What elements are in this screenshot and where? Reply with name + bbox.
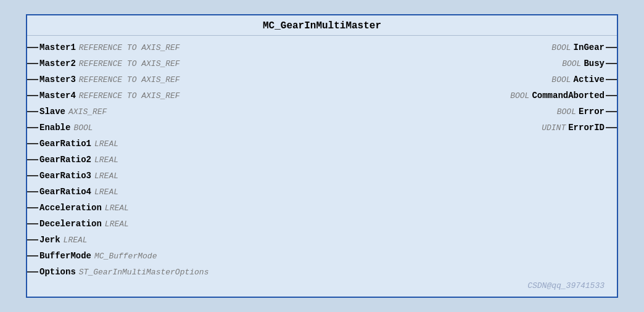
left-pin-row: AccelerationLREAL: [27, 200, 432, 216]
left-pin-row: Master4REFERENCE TO AXIS_REF: [27, 88, 432, 104]
pin-connector-left: [27, 175, 38, 176]
pin-type-label: REFERENCE TO AXIS_REF: [79, 75, 180, 84]
right-pin-row: BOOLBusy: [432, 55, 617, 72]
pin-type-label: ST_GearInMultiMasterOptions: [79, 268, 209, 277]
pin-label: Active: [574, 75, 605, 84]
left-pin-row: GearRatio2LREAL: [27, 152, 432, 168]
pin-type-label: UDINT: [542, 123, 566, 133]
pin-type-label: REFERENCE TO AXIS_REF: [79, 91, 180, 101]
left-pin-row: Master1REFERENCE TO AXIS_REF: [27, 39, 432, 55]
pin-connector-left: [27, 191, 38, 192]
function-block: MC_GearInMultiMaster Master1REFERENCE TO…: [26, 14, 618, 298]
left-pin-row: GearRatio4LREAL: [27, 184, 432, 200]
pin-type-label: BOOL: [510, 91, 529, 101]
pin-label: Enable: [39, 123, 70, 133]
pin-connector-right: [606, 79, 617, 80]
pin-label: Master1: [39, 43, 76, 52]
pin-connector-right: [606, 95, 617, 96]
right-pin-row: BOOLActive: [432, 72, 617, 88]
left-pin-row: JerkLREAL: [27, 232, 432, 248]
pin-label: GearRatio2: [39, 155, 91, 165]
pin-type-label: BOOL: [557, 107, 576, 117]
pin-connector-left: [27, 223, 38, 224]
pin-type-label: BOOL: [73, 123, 93, 133]
pin-type-label: LREAL: [105, 203, 129, 213]
pin-connector-right: [606, 63, 617, 64]
pin-label: Acceleration: [39, 203, 102, 213]
pin-connector-left: [27, 143, 38, 144]
pin-label: GearRatio4: [39, 187, 91, 197]
pin-label: Slave: [39, 107, 65, 117]
pin-label: Jerk: [39, 235, 60, 245]
pin-type-label: BOOL: [551, 75, 571, 84]
pin-connector-right: [606, 47, 617, 48]
pin-label: BufferMode: [39, 251, 91, 261]
pin-connector-left: [27, 127, 38, 128]
pin-type-label: LREAL: [94, 187, 118, 197]
pin-label: CommandAborted: [532, 91, 605, 101]
right-pin-row: UDINTErrorID: [432, 120, 617, 136]
left-pin-row: DecelerationLREAL: [27, 216, 432, 232]
pin-label: GearRatio1: [39, 139, 91, 149]
pin-label: Master3: [39, 75, 76, 84]
pin-label: Master4: [39, 91, 76, 101]
pin-label: Options: [39, 267, 76, 277]
block-body: Master1REFERENCE TO AXIS_REFMaster2REFER…: [27, 36, 617, 286]
pin-label: Deceleration: [39, 219, 102, 229]
pin-type-label: MC_BufferMode: [94, 252, 157, 261]
pin-connector-left: [27, 47, 38, 48]
watermark: CSDN@qq_39741533: [527, 281, 605, 290]
pin-connector-left: [27, 79, 38, 80]
left-pin-row: Master3REFERENCE TO AXIS_REF: [27, 72, 432, 88]
right-pin-row: BOOLError: [432, 104, 617, 120]
left-pin-row: Master2REFERENCE TO AXIS_REF: [27, 55, 432, 72]
left-pin-row: SlaveAXIS_REF: [27, 104, 432, 120]
pin-label: Master2: [39, 59, 76, 68]
pin-type-label: LREAL: [64, 236, 88, 245]
pin-label: Busy: [584, 59, 605, 68]
pin-connector-left: [27, 111, 38, 112]
pin-type-label: REFERENCE TO AXIS_REF: [79, 43, 180, 52]
pin-type-label: LREAL: [94, 139, 118, 149]
left-pin-row: EnableBOOL: [27, 120, 432, 136]
pin-type-label: BOOL: [562, 59, 581, 68]
pin-connector-right: [606, 127, 617, 128]
right-pins-column: BOOLInGearBOOLBusyBOOLActiveBOOLCommandA…: [432, 38, 617, 281]
pin-label: Error: [579, 107, 605, 117]
left-pin-row: GearRatio1LREAL: [27, 136, 432, 152]
pin-type-label: REFERENCE TO AXIS_REF: [79, 59, 180, 68]
left-pin-row: BufferModeMC_BufferMode: [27, 248, 432, 264]
pin-connector-left: [27, 255, 38, 257]
right-pin-row: BOOLCommandAborted: [432, 88, 617, 104]
block-title: MC_GearInMultiMaster: [27, 15, 617, 36]
left-pin-row: OptionsST_GearInMultiMasterOptions: [27, 264, 432, 280]
pin-connector-left: [27, 239, 38, 240]
pin-type-label: LREAL: [105, 220, 129, 229]
pin-connector-left: [27, 207, 38, 208]
pin-connector-left: [27, 63, 38, 64]
pin-type-label: AXIS_REF: [68, 107, 107, 117]
pin-connector-left: [27, 159, 38, 160]
pin-connector-left: [27, 271, 38, 273]
pin-label: InGear: [574, 43, 605, 52]
pin-label: GearRatio3: [39, 171, 91, 181]
pin-label: ErrorID: [568, 123, 605, 133]
left-pin-row: GearRatio3LREAL: [27, 168, 432, 184]
pin-type-label: LREAL: [94, 155, 118, 165]
pin-connector-right: [606, 111, 617, 112]
right-pin-row: BOOLInGear: [432, 39, 617, 55]
pin-connector-left: [27, 95, 38, 96]
left-pins-column: Master1REFERENCE TO AXIS_REFMaster2REFER…: [27, 38, 432, 281]
pin-type-label: BOOL: [551, 43, 571, 52]
pin-type-label: LREAL: [94, 171, 118, 181]
